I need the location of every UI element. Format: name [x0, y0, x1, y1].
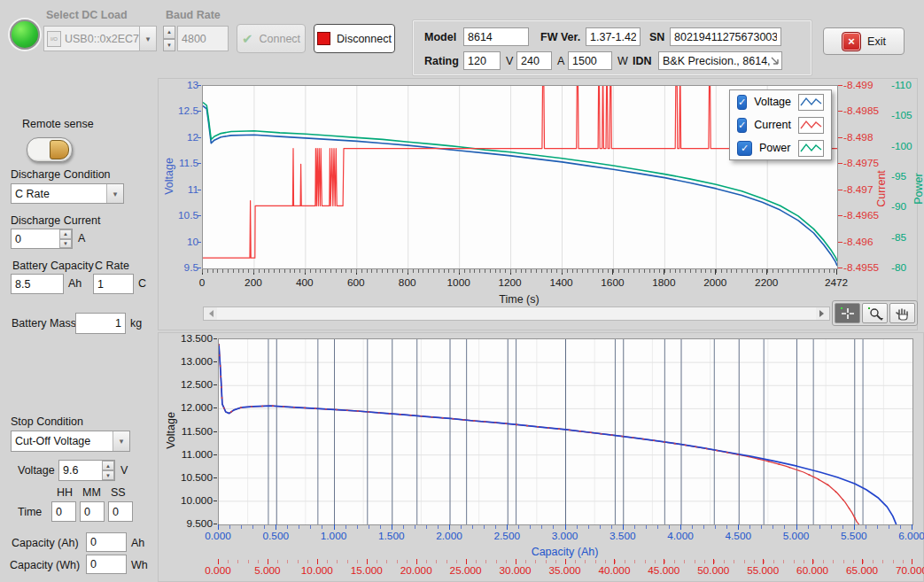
tick-mark [268, 559, 268, 564]
chevron-down-icon[interactable]: ▾ [113, 431, 129, 451]
rating-voltage-field[interactable] [463, 51, 501, 70]
scroll-left-icon[interactable] [204, 307, 217, 320]
stop-condition-select[interactable]: Cut-Off Voltage ▾ [11, 431, 130, 452]
voltage-axis-tick: 13.000 [172, 355, 213, 368]
pan-hand-tool-button[interactable] [889, 303, 915, 323]
select-dc-load-label: Select DC Load [46, 9, 128, 21]
capacity-wh-input[interactable] [86, 555, 127, 574]
dc-load-combo[interactable]: I/O USB0::0x2EC7: ▾ [43, 26, 157, 51]
battery-mass-input[interactable] [75, 313, 126, 334]
dropdown-arrow-icon[interactable]: ▾ [139, 27, 156, 50]
fw-ver-field[interactable] [586, 27, 641, 46]
spin-up-icon[interactable]: ▲ [59, 229, 72, 239]
capacity-wh-tick: 15.000 [346, 564, 388, 577]
model-field[interactable] [463, 27, 529, 46]
legend-line-sample[interactable] [798, 117, 824, 134]
power-axis-tick: -95 [891, 170, 906, 182]
legend-row: ✓Current [730, 113, 831, 136]
c-rate-input[interactable] [93, 274, 134, 294]
capacity-wh-tick: 30.000 [494, 564, 537, 577]
capacity-wh-tick: 20.000 [395, 564, 438, 577]
spin-up-icon[interactable]: ▲ [102, 461, 114, 470]
capacity-ah-unit: Ah [131, 537, 144, 549]
chevron-down-icon[interactable]: ▾ [106, 184, 123, 203]
crosshair-tool-button[interactable] [835, 303, 860, 323]
exit-label: Exit [867, 35, 886, 48]
cutoff-voltage-input[interactable]: 9.6 ▲▼ [58, 460, 115, 481]
time-hh-input[interactable] [51, 501, 76, 522]
rating-voltage-unit: V [506, 55, 513, 67]
voltage-axis-tick: 9.5 [159, 261, 198, 274]
tick-mark [218, 559, 219, 564]
disconnect-button[interactable]: Disconnect [314, 24, 395, 53]
baud-rate-input[interactable] [177, 26, 229, 51]
spin-down-icon[interactable]: ▼ [59, 239, 72, 249]
exit-button[interactable]: × Exit [823, 27, 905, 55]
voltage-axis-tick: 10.500 [172, 471, 213, 484]
app-window: Select DC Load I/O USB0::0x2EC7: ▾ Baud … [0, 0, 924, 582]
legend-line-sample[interactable] [798, 94, 824, 111]
rating-current-field[interactable] [516, 51, 552, 70]
capacity-ah-input[interactable] [86, 532, 127, 552]
time-axis-tick: 1800 [644, 276, 683, 289]
discharge-current-unit: A [78, 232, 85, 244]
time-mm-input[interactable] [80, 501, 105, 522]
tick-mark [214, 501, 217, 501]
capacity-ah-tick: 0.000 [197, 530, 239, 542]
time-ss-input[interactable] [108, 501, 133, 522]
tick-mark [214, 361, 217, 362]
capacity-wh-tick: 55.000 [742, 564, 784, 577]
power-axis-tick: -80 [891, 261, 906, 274]
capacity-wh-tick: 70.000 [890, 564, 924, 577]
baud-rate-spinner[interactable]: ▲ ▼ [163, 26, 175, 51]
tick-mark [198, 242, 201, 243]
cutoff-voltage-unit: V [120, 464, 128, 477]
capacity-ah-tick: 3.000 [544, 530, 586, 542]
stop-condition-value: Cut-Off Voltage [12, 435, 113, 447]
time-axis-tick: 1600 [593, 276, 632, 289]
remote-sense-toggle[interactable] [27, 137, 73, 162]
capacity-wh-tick: 0.000 [197, 564, 239, 577]
discharge-condition-select[interactable]: C Rate ▾ [11, 183, 124, 204]
current-axis-tick: -8.498 [843, 131, 873, 144]
current-axis-tick: -8.496 [843, 236, 873, 248]
capacity-wh-tick: 65.000 [841, 564, 883, 577]
discharge-current-value: 0 [12, 233, 59, 245]
scroll-right-icon[interactable] [816, 307, 829, 320]
connect-button[interactable]: ✔ Connect [237, 24, 306, 53]
voltage-axis-tick: 13.500 [172, 332, 213, 345]
idn-field[interactable]: B&K Precision., 8614, [658, 51, 782, 70]
legend-checkbox[interactable]: ✓ [737, 95, 747, 110]
legend-row: ✓Power [730, 136, 831, 159]
chart-x-scrollbar[interactable] [203, 307, 830, 321]
capacity-ah-tick: 1.500 [370, 530, 413, 542]
spin-down-icon[interactable]: ▼ [102, 470, 114, 480]
rating-power-field[interactable] [568, 51, 612, 70]
current-axis-tick: -8.4975 [843, 157, 879, 169]
battery-mass-label: Battery Mass [12, 317, 76, 330]
capacity-chart-plot[interactable] [218, 338, 913, 525]
time-label: Time [18, 506, 42, 518]
legend-line-sample[interactable] [798, 140, 824, 157]
voltage-axis-label: Voltage [163, 158, 175, 195]
sn-field[interactable] [670, 27, 781, 46]
legend-row: ✓Voltage [730, 90, 831, 113]
green-check-icon: ✔ [242, 31, 253, 47]
current-axis-tick: -8.4955 [843, 261, 879, 274]
spin-up-icon[interactable]: ▲ [163, 26, 175, 39]
legend-checkbox[interactable]: ✓ [737, 118, 747, 133]
capacity-ah-tick: 2.500 [485, 530, 528, 542]
rating-power-unit: W [617, 55, 628, 67]
legend-checkbox[interactable]: ✓ [737, 141, 752, 156]
voltage-axis-tick: 10.5 [159, 209, 198, 221]
time-axis-tick: 800 [388, 276, 427, 289]
battery-capacity-input[interactable] [11, 274, 64, 294]
tick-mark [214, 454, 217, 455]
discharge-current-input[interactable]: 0 ▲▼ [11, 229, 73, 249]
capacity-ah-tick: 5.500 [833, 530, 875, 542]
zoom-tool-button[interactable] [862, 303, 888, 323]
time-axis-tick: 600 [337, 276, 376, 289]
time-header-ss: SS [111, 486, 126, 499]
idn-value: B&K Precision., 8614, [659, 55, 771, 67]
spin-down-icon[interactable]: ▼ [163, 39, 175, 52]
